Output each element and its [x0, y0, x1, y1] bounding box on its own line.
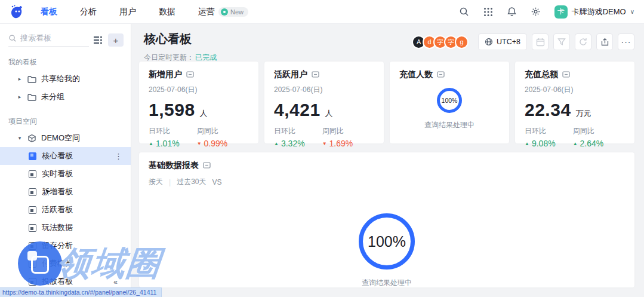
- sidebar-item-demo-space[interactable]: ▾ DEMO空间: [0, 129, 131, 147]
- granularity-filter[interactable]: 按天: [149, 177, 163, 187]
- date-range-filter[interactable]: 过去30天: [177, 177, 206, 187]
- browser-status-url: https://demo-ta.thinkingdata.cn/#/panel/…: [0, 287, 162, 297]
- nav-tab-users[interactable]: 用户: [119, 7, 136, 17]
- collaborator-avatars[interactable]: A d 字 字 g: [412, 35, 469, 49]
- comment-icon[interactable]: [312, 71, 319, 78]
- folder-icon: [27, 93, 36, 101]
- up-arrow-icon: ▲: [573, 141, 578, 146]
- card-date: 2025-07-06(日): [274, 85, 374, 95]
- card-title: 充值人数: [399, 69, 433, 80]
- card-value: 1,598: [149, 100, 195, 120]
- sidebar-item-payment-overview[interactable]: 付费概览: [0, 255, 131, 272]
- app-window: 看板 分析 用户 数据 运营 New: [0, 0, 644, 297]
- sidebar-search[interactable]: [8, 33, 89, 47]
- dashboard-icon: [29, 242, 36, 250]
- metric-dod: 日环比 ▲9.08%: [525, 126, 573, 148]
- calendar-icon: [536, 38, 545, 47]
- date-picker-button[interactable]: [532, 33, 549, 50]
- section-label-project-space: 项目空间: [8, 117, 131, 127]
- card-new-users[interactable]: 新增用户 2025-07-06(日) 1,598 人 日环比 ▲1.01%: [139, 62, 258, 143]
- comment-icon[interactable]: [203, 162, 211, 169]
- bell-icon[interactable]: [507, 7, 517, 17]
- funnel-icon: [557, 38, 566, 46]
- sidebar-collapse-button[interactable]: «: [113, 278, 118, 286]
- dashboard-icon: [29, 206, 36, 214]
- refresh-icon: [579, 38, 587, 46]
- folder-icon: [27, 75, 36, 83]
- account-menu[interactable]: 卡 卡牌游戏DEMO ∨: [554, 5, 634, 19]
- card-total-recharge[interactable]: 充值总额 2025-07-06(日) 22.34 万元 日环比 ▲9.08%: [515, 62, 634, 143]
- down-arrow-icon: ▼: [197, 141, 202, 146]
- up-arrow-icon: ▲: [274, 141, 279, 146]
- card-title: 充值总额: [525, 69, 558, 80]
- add-dashboard-button[interactable]: +: [108, 33, 124, 47]
- sidebar-item-gameplay-data[interactable]: 玩法数据: [0, 219, 131, 237]
- search-icon: [8, 34, 17, 42]
- metric-wow: 周同比 ▼0.99%: [197, 126, 245, 148]
- filter-button[interactable]: [553, 33, 570, 50]
- nav-tab-operations[interactable]: 运营 New: [198, 7, 248, 17]
- account-name: 卡牌游戏DEMO: [572, 7, 626, 17]
- card-title: 新增用户: [149, 69, 182, 80]
- metric-dod: 日环比 ▲1.01%: [149, 126, 197, 148]
- main-content: 核心看板 今日定时更新：已完成 A d 字 字 g UTC+8: [132, 24, 644, 297]
- metric-dod: 日环比 ▲3.32%: [274, 126, 322, 148]
- query-progress-ring: 100%: [359, 213, 415, 270]
- list-view-icon[interactable]: [94, 36, 103, 44]
- sidebar-item-active-dashboard[interactable]: 活跃看板: [0, 201, 131, 219]
- query-status-text: 查询结果处理中: [362, 278, 412, 288]
- nav-tab-analysis[interactable]: 分析: [80, 7, 97, 17]
- chevron-down-icon[interactable]: ▾: [16, 135, 24, 141]
- dashboard-search-input[interactable]: [20, 33, 89, 42]
- dashboard-icon: [29, 260, 36, 268]
- apps-grid-icon[interactable]: [483, 7, 494, 17]
- comment-icon[interactable]: [437, 71, 445, 78]
- mouse-cursor-icon: [44, 188, 53, 200]
- more-actions-button[interactable]: ···: [618, 33, 634, 50]
- nav-tab-data[interactable]: 数据: [159, 7, 175, 17]
- filter-divider: |: [169, 178, 171, 186]
- more-options-icon[interactable]: ⋮: [115, 152, 122, 161]
- card-unit: 万元: [576, 108, 591, 119]
- search-icon[interactable]: [459, 7, 470, 17]
- main-nav: 看板 分析 用户 数据 运营 New: [41, 7, 248, 17]
- navbar-actions: 卡 卡牌游戏DEMO ∨: [459, 5, 634, 19]
- query-status-text: 查询结果处理中: [424, 120, 474, 130]
- dashboard-toolbar: A d 字 字 g UTC+8: [412, 33, 634, 50]
- card-paying-users[interactable]: 充值人数 100% 查询结果处理中: [390, 62, 509, 143]
- sidebar-item-realtime-dashboard[interactable]: 实时看板: [0, 165, 131, 183]
- comment-icon[interactable]: [186, 71, 194, 78]
- export-icon: [600, 38, 609, 47]
- card-value: 4,421: [274, 100, 321, 120]
- chevron-right-icon[interactable]: ▸: [16, 94, 24, 100]
- sidebar-item-new-users-dashboard[interactable]: 新增看板: [0, 183, 131, 201]
- page-title: 核心看板: [144, 31, 217, 47]
- dashboard-icon: [29, 278, 36, 286]
- brand-logo-icon[interactable]: [10, 4, 25, 20]
- gear-icon[interactable]: [531, 7, 541, 17]
- report-title: 基础数据报表: [149, 160, 199, 171]
- timezone-button[interactable]: UTC+8: [478, 33, 527, 50]
- header-titles: 核心看板 今日定时更新：已完成: [144, 31, 217, 63]
- chevron-down-icon: ∨: [630, 8, 634, 15]
- report-filters: 按天 | 过去30天 VS: [149, 177, 625, 187]
- sidebar-item-core-dashboard[interactable]: 核心看板 ⋮: [0, 147, 131, 165]
- sidebar-item-shared-with-me[interactable]: ▸ 共享给我的: [0, 70, 131, 88]
- nav-tab-dashboard[interactable]: 看板: [41, 7, 57, 17]
- refresh-button[interactable]: [575, 33, 591, 50]
- section-label-my-dashboards: 我的看板: [8, 57, 131, 68]
- new-badge: New: [218, 7, 248, 17]
- base-data-report-card[interactable]: 基础数据报表 按天 | 过去30天 VS 100% 查询结果处理中: [139, 152, 634, 287]
- account-avatar: 卡: [554, 5, 568, 19]
- vs-filter[interactable]: VS: [212, 178, 221, 186]
- dashboard-icon: [29, 224, 36, 232]
- comment-icon[interactable]: [562, 71, 570, 78]
- card-active-users[interactable]: 活跃用户 2025-07-06(日) 4,421 人 日环比 ▲3.32%: [264, 62, 384, 143]
- sidebar-item-ungrouped[interactable]: ▸ 未分组: [0, 88, 131, 106]
- sidebar-item-retention-analysis[interactable]: 留存分析: [0, 237, 131, 255]
- card-value: 22.34: [525, 100, 571, 120]
- up-arrow-icon: ▲: [149, 141, 153, 146]
- export-button[interactable]: [596, 33, 613, 50]
- chevron-right-icon[interactable]: ▸: [16, 76, 24, 82]
- space-cube-icon: [27, 134, 36, 143]
